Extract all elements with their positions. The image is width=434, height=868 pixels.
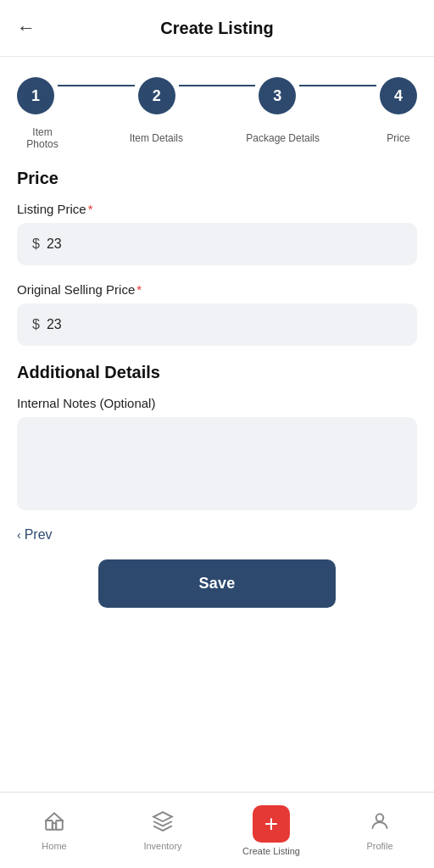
profile-label: Profile — [366, 841, 392, 851]
notes-label: Internal Notes (Optional) — [17, 396, 417, 410]
step-2-label: Item Details — [126, 132, 186, 144]
listing-price-field: Listing Price* $ — [17, 202, 417, 265]
step-line-2-3 — [179, 85, 256, 86]
original-price-input-box[interactable]: $ — [17, 303, 417, 346]
step-4-circle: 4 — [380, 77, 417, 114]
additional-details-section: Additional Details Internal Notes (Optio… — [17, 363, 417, 510]
original-price-prefix: $ — [32, 317, 40, 332]
svg-point-3 — [376, 814, 384, 821]
page-title: Create Listing — [160, 19, 273, 38]
prev-nav-row: ‹ Prev — [0, 510, 434, 542]
step-3-label: Package Details — [245, 132, 321, 144]
inventory-label: Inventory — [143, 841, 181, 851]
listing-price-label: Listing Price* — [17, 202, 417, 216]
step-1: 1 — [17, 77, 54, 114]
prev-button[interactable]: ‹ Prev — [17, 527, 53, 542]
stepper: 1 2 3 4 Item Photos Item Details Package… — [0, 57, 434, 160]
save-button[interactable]: Save — [98, 559, 336, 608]
svg-rect-0 — [46, 820, 53, 829]
nav-item-create-listing[interactable]: + Create Listing — [217, 805, 326, 856]
nav-item-home[interactable]: Home — [0, 810, 108, 851]
header: ← Create Listing — [0, 0, 434, 57]
step-2: 2 — [138, 77, 175, 114]
inventory-icon — [152, 810, 174, 837]
step-3-circle: 3 — [259, 77, 296, 114]
listing-price-input-box[interactable]: $ — [17, 223, 417, 265]
step-line-1-2 — [58, 85, 135, 86]
step-4: 4 — [380, 77, 417, 114]
home-label: Home — [42, 841, 66, 851]
step-3: 3 — [259, 77, 296, 114]
step-line-3-4 — [299, 85, 376, 86]
price-section-title: Price — [17, 169, 417, 188]
step-1-circle: 1 — [17, 77, 54, 114]
back-button[interactable]: ← — [17, 14, 42, 42]
create-listing-icon: + — [253, 805, 290, 843]
listing-price-prefix: $ — [32, 236, 40, 252]
additional-section-title: Additional Details — [17, 363, 417, 382]
step-4-label: Price — [380, 132, 417, 144]
create-listing-label: Create Listing — [242, 846, 300, 856]
profile-icon — [369, 810, 391, 837]
bottom-nav: Home Inventory + Create Listing Profile — [0, 792, 434, 868]
step-2-circle: 2 — [138, 77, 175, 114]
original-price-input[interactable] — [47, 317, 402, 332]
nav-item-inventory[interactable]: Inventory — [108, 810, 217, 851]
nav-item-profile[interactable]: Profile — [326, 810, 434, 851]
original-price-field: Original Selling Price* $ — [17, 282, 417, 346]
step-1-label: Item Photos — [17, 126, 68, 150]
internal-notes-input[interactable] — [17, 417, 417, 510]
svg-rect-2 — [56, 820, 63, 829]
home-icon — [43, 810, 65, 837]
listing-price-input[interactable] — [47, 236, 402, 252]
original-price-label: Original Selling Price* — [17, 282, 417, 297]
main-content: Price Listing Price* $ Original Selling … — [0, 160, 434, 510]
prev-chevron-icon: ‹ — [17, 528, 21, 542]
save-btn-container: Save — [0, 542, 434, 608]
